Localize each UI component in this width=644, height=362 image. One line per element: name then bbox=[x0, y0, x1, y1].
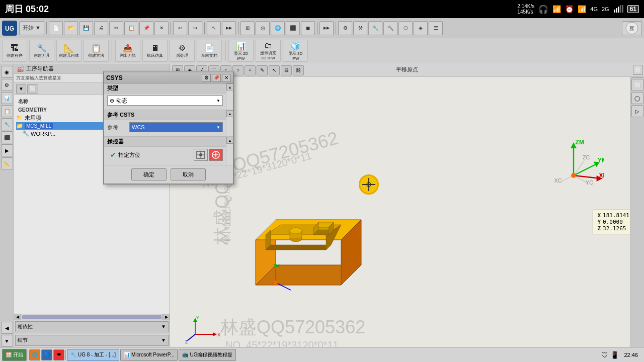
toolbar-ops2[interactable]: ⚒ bbox=[353, 21, 367, 35]
tool-sim[interactable]: 🖥 机床仿真 bbox=[142, 40, 168, 62]
specify-action-1[interactable] bbox=[194, 149, 208, 161]
nav-title: 工序导航器 bbox=[26, 65, 54, 72]
sidebar-icon-6[interactable]: ⬛ bbox=[1, 131, 13, 143]
toolbar-ops3[interactable]: 🔧 bbox=[368, 21, 382, 35]
toolbar-select[interactable]: ↖ bbox=[207, 21, 221, 35]
viewport-toolbar: ⊞ ◈ ╱ ⌒ ↑ ○ + ✎ ↖ ⊟ ⛓ 平移原点 ⬜ bbox=[170, 64, 644, 77]
nav-select[interactable]: ▼ bbox=[16, 84, 26, 94]
right-icon-4[interactable]: ▷ bbox=[631, 105, 643, 117]
taskbar-sys-2[interactable]: 📱 bbox=[610, 351, 619, 359]
nav-hscroll[interactable]: ◀ ▶ bbox=[14, 314, 170, 320]
taskbar-sys-1[interactable]: 🛡 bbox=[601, 351, 608, 359]
toolbar-ops4[interactable]: 🔨 bbox=[383, 21, 397, 35]
nav-expand[interactable]: ⬜ bbox=[27, 84, 38, 94]
tool-display-3d[interactable]: 🧊 显示 3DIPW bbox=[283, 40, 308, 62]
toolbar-undo[interactable]: ↩ bbox=[173, 21, 187, 35]
tool-display-2d-fill[interactable]: 🗂 显示填充2D IPW bbox=[256, 40, 281, 62]
status-right: 2.14K/s 145K/s 🎧 📶 ⏰ 📶 4G 2G 61 bbox=[517, 4, 639, 15]
svg-point-27 bbox=[274, 281, 278, 285]
toolbar-ops7[interactable]: ☰ bbox=[429, 21, 443, 35]
sidebar-icon-bottom-2[interactable]: ▼ bbox=[1, 335, 13, 347]
tool-shop-doc[interactable]: 📄 车间文档 bbox=[197, 40, 222, 62]
toolbar-view1[interactable]: ◎ bbox=[256, 21, 270, 35]
toolbar-print[interactable]: 🖨 bbox=[94, 21, 108, 35]
scroll-up-1[interactable]: ▲ bbox=[226, 83, 233, 90]
taskbar-icon-2[interactable]: 🔵 bbox=[41, 349, 52, 360]
scroll-up-3[interactable]: ▲ bbox=[226, 137, 233, 144]
toolbar-new[interactable]: 📄 bbox=[49, 21, 63, 35]
toolbar-view2[interactable]: 🌐 bbox=[271, 21, 285, 35]
dialog-close-btn[interactable]: ✕ bbox=[222, 74, 231, 82]
taskbar-app-video[interactable]: 📺 UG编程视频教程提 bbox=[179, 349, 236, 361]
specify-action-2[interactable] bbox=[209, 149, 223, 161]
hscroll-right[interactable]: ▶ bbox=[163, 314, 170, 320]
sidebar-icon-7[interactable]: ▶ bbox=[1, 144, 13, 156]
dialog-ok-button[interactable]: 确定 bbox=[131, 168, 167, 180]
vp-chain[interactable]: ⛓ bbox=[293, 65, 304, 75]
toolbar-snap[interactable]: ⊞ bbox=[240, 21, 255, 35]
sidebar-icon-8[interactable]: 📐 bbox=[1, 157, 13, 169]
vp-grid[interactable]: ⊟ bbox=[281, 65, 292, 75]
nav-bottom-btn-2[interactable]: 细节 ▼ bbox=[15, 335, 169, 346]
tool-create-operation[interactable]: 🏗 创建程序 bbox=[2, 40, 27, 62]
time-display: 周日 05:02 bbox=[5, 3, 49, 15]
toolbar-save[interactable]: 💾 bbox=[79, 21, 93, 35]
taskbar-sep-1 bbox=[28, 350, 28, 360]
type-dropdown[interactable]: ⊕ 动态 ▼ bbox=[107, 96, 223, 106]
specify-check[interactable]: ✔ 指定方位 bbox=[107, 149, 143, 161]
svg-text:X: X bbox=[217, 332, 220, 337]
toolbar-view3[interactable]: ⬛ bbox=[286, 21, 300, 35]
toolbar-view4[interactable]: ◼ bbox=[301, 21, 315, 35]
dialog-cancel-button[interactable]: 取消 bbox=[171, 168, 206, 180]
sidebar-icon-3[interactable]: 📊 bbox=[1, 92, 13, 104]
toolbar-menu-icon[interactable]: 豆 bbox=[622, 21, 642, 35]
toolbar-open[interactable]: 📂 bbox=[64, 21, 78, 35]
taskbar-app-ppt[interactable]: 📊 Microsoft PowerP... bbox=[120, 349, 178, 361]
toolbar-cut[interactable]: ✂ bbox=[109, 21, 123, 35]
sidebar-icon-5[interactable]: 🔧 bbox=[1, 118, 13, 130]
menu-open[interactable]: 开始 ▼ bbox=[19, 21, 44, 35]
ref-dropdown[interactable]: WCS ▼ bbox=[129, 122, 223, 132]
tool-create-method[interactable]: 📋 创建方法 bbox=[84, 40, 109, 62]
sidebar-icon-2[interactable]: ⚙ bbox=[1, 79, 13, 91]
coord-marker[interactable] bbox=[359, 174, 379, 195]
viewport-expand[interactable]: ⬜ bbox=[633, 65, 643, 75]
taskbar-icon-3[interactable]: ❤ bbox=[53, 349, 64, 360]
toolbar-paste[interactable]: 📌 bbox=[139, 21, 153, 35]
toolbar-ops1[interactable]: ⚙ bbox=[338, 21, 352, 35]
hscroll-left[interactable]: ◀ bbox=[14, 314, 21, 320]
tool-output[interactable]: 📤 列出刀轨 bbox=[115, 40, 140, 62]
taskbar-icon-1[interactable]: 🌐 bbox=[29, 349, 40, 360]
hscroll-thumb[interactable] bbox=[22, 315, 162, 319]
dialog-specify-row: ✔ 指定方位 bbox=[107, 149, 223, 161]
scroll-track-2 bbox=[226, 117, 233, 136]
start-button[interactable]: 🪟 开始 bbox=[2, 349, 27, 361]
toolbar-copy[interactable]: 📋 bbox=[124, 21, 138, 35]
dialog-settings-btn[interactable]: ⚙ bbox=[202, 74, 211, 82]
vp-plus[interactable]: + bbox=[245, 65, 256, 75]
tool-create-geo[interactable]: 📐 创建几何体 bbox=[56, 40, 82, 62]
vp-circle[interactable]: ○ bbox=[232, 65, 244, 75]
right-icon-2[interactable]: ⬜ bbox=[631, 79, 643, 91]
scroll-up-2[interactable]: ▲ bbox=[226, 110, 233, 117]
toolbar-ops6[interactable]: ◈ bbox=[414, 21, 428, 35]
3d-model[interactable]: ZM bbox=[240, 200, 376, 320]
vp-edit[interactable]: ✎ bbox=[257, 65, 268, 75]
sidebar-icon-1[interactable]: ◉ bbox=[1, 66, 13, 78]
toolbar-ops5[interactable]: ⬡ bbox=[398, 21, 413, 35]
tool-postproc[interactable]: ⚙ 后处理 bbox=[170, 40, 195, 62]
dialog-pin-btn[interactable]: 📌 bbox=[212, 74, 221, 82]
dialog-ref-row: 参考 WCS ▼ bbox=[107, 122, 223, 132]
nav-bottom-btn-1[interactable]: 相依性 ▼ bbox=[15, 321, 169, 332]
toolbar-more[interactable]: ▶▶ bbox=[222, 21, 236, 35]
toolbar-more2[interactable]: ▶▶ bbox=[319, 21, 334, 35]
sidebar-icon-4[interactable]: 📋 bbox=[1, 105, 13, 117]
toolbar-redo[interactable]: ↪ bbox=[188, 21, 202, 35]
sidebar-icon-bottom-1[interactable]: ◀ bbox=[1, 322, 13, 334]
right-icon-3[interactable]: ◯ bbox=[631, 92, 643, 104]
toolbar-delete[interactable]: ✕ bbox=[154, 21, 169, 35]
tool-display-2d[interactable]: 📊 显示 2DIPW bbox=[228, 40, 254, 62]
tool-create-tool[interactable]: 🔧 创建刀具 bbox=[29, 40, 54, 62]
vp-select[interactable]: ↖ bbox=[269, 65, 280, 75]
taskbar-app-ug[interactable]: 🔧 UG 8 - 加工 - [...] bbox=[67, 349, 119, 361]
